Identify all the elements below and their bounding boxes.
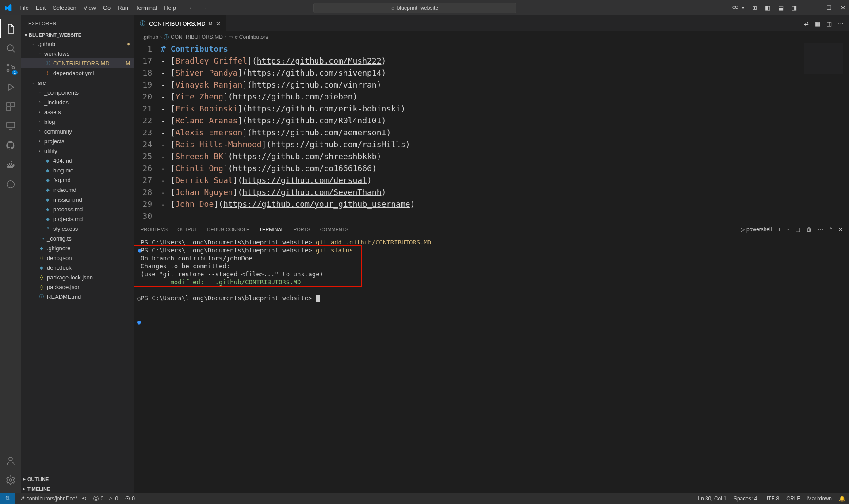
- folder-projects[interactable]: ›projects: [21, 136, 134, 146]
- indentation[interactable]: Spaces: 4: [730, 496, 761, 502]
- panel-left-icon[interactable]: ◧: [765, 4, 770, 11]
- file-package-json[interactable]: {}package.json: [21, 282, 134, 292]
- copilot-icon[interactable]: [731, 4, 739, 12]
- file-deno-json[interactable]: {}deno.json: [21, 253, 134, 263]
- breadcrumb-part[interactable]: CONTRIBUTORS.MD: [171, 34, 223, 40]
- terminal-profile[interactable]: ▷ powershell: [741, 226, 772, 233]
- file-deno-lock[interactable]: ◆deno.lock: [21, 263, 134, 272]
- panel-right-icon[interactable]: ◨: [792, 4, 797, 11]
- file-readme-md[interactable]: ⓘREADME.md: [21, 292, 134, 302]
- folder-blog[interactable]: ›blog: [21, 117, 134, 126]
- folder--includes[interactable]: ›_includes: [21, 97, 134, 107]
- run-debug-icon[interactable]: [0, 77, 21, 97]
- remote-explorer-icon[interactable]: [0, 116, 21, 136]
- compare-icon[interactable]: ⇄: [804, 20, 809, 27]
- folder--components[interactable]: ›_components: [21, 88, 134, 97]
- close-window-icon[interactable]: ✕: [841, 4, 845, 11]
- source-control-icon[interactable]: 1: [0, 58, 21, 77]
- file-process-md[interactable]: ◆process.md: [21, 204, 134, 214]
- breadcrumb-part[interactable]: .github: [142, 34, 158, 40]
- trash-icon[interactable]: 🗑: [807, 226, 812, 233]
- menu-terminal[interactable]: Terminal: [132, 4, 161, 11]
- panel-tab-output[interactable]: OUTPUT: [177, 224, 197, 235]
- file-index-md[interactable]: ◆index.md: [21, 185, 134, 195]
- folder-utility[interactable]: ›utility: [21, 146, 134, 156]
- breadcrumb[interactable]: .github › ⓘ CONTRIBUTORS.MD › ▭ # Contri…: [134, 31, 849, 43]
- file-contributors-md[interactable]: ⓘCONTRIBUTORS.MDM: [21, 58, 134, 68]
- port-status[interactable]: ⵙ0: [122, 496, 138, 502]
- menu-help[interactable]: Help: [161, 4, 180, 11]
- eol[interactable]: CRLF: [783, 496, 803, 502]
- folder-src[interactable]: ⌄src: [21, 78, 134, 88]
- docker-icon[interactable]: [0, 155, 21, 175]
- notifications-icon[interactable]: 🔔: [835, 496, 849, 502]
- nav-back-icon[interactable]: ←: [188, 4, 194, 11]
- folder-community[interactable]: ›community: [21, 126, 134, 136]
- panel-bottom-icon[interactable]: ⬓: [778, 4, 784, 11]
- outline-section[interactable]: ▸OUTLINE: [21, 474, 134, 484]
- menu-file[interactable]: File: [16, 4, 32, 11]
- panel-tab-ports[interactable]: PORTS: [294, 224, 310, 235]
- chevron-down-icon[interactable]: ▾: [787, 227, 789, 232]
- chevron-down-icon[interactable]: ▾: [742, 5, 744, 10]
- split-terminal-icon[interactable]: ◫: [795, 226, 800, 233]
- branch-status[interactable]: ⎇contributors/johnDoe*⟲: [15, 496, 90, 502]
- timeline-section[interactable]: ▸TIMELINE: [21, 484, 134, 493]
- maximize-icon[interactable]: ☐: [826, 4, 832, 11]
- breadcrumb-part[interactable]: # Contributors: [235, 34, 268, 40]
- menu-edit[interactable]: Edit: [32, 4, 49, 11]
- split-editor-icon[interactable]: ◫: [826, 20, 832, 27]
- panel-tab-terminal[interactable]: TERMINAL: [259, 224, 284, 235]
- file-styles-css[interactable]: #styles.css: [21, 224, 134, 233]
- file--gitignore[interactable]: ◆.gitignore: [21, 243, 134, 253]
- close-panel-icon[interactable]: ✕: [838, 226, 843, 233]
- more-icon[interactable]: ⋯: [818, 226, 823, 233]
- tab-contributors[interactable]: ⓘ CONTRIBUTORS.MD M ✕: [134, 15, 226, 31]
- terminal[interactable]: PS C:\Users\liong\Documents\blueprint_we…: [134, 237, 849, 493]
- file-404-md[interactable]: ◆404.md: [21, 156, 134, 165]
- folder-workflows[interactable]: ›workflows: [21, 49, 134, 58]
- file-mission-md[interactable]: ◆mission.md: [21, 195, 134, 204]
- search-activity-icon[interactable]: [0, 38, 21, 58]
- file--config-ts[interactable]: TS_config.ts: [21, 233, 134, 243]
- settings-gear-icon[interactable]: [0, 470, 21, 490]
- nav-forward-icon[interactable]: →: [201, 4, 207, 11]
- menu-run[interactable]: Run: [114, 4, 132, 11]
- problems-status[interactable]: ⓧ0 ⚠0: [90, 495, 122, 503]
- chevron-up-icon[interactable]: ^: [830, 226, 832, 233]
- encoding[interactable]: UTF-8: [761, 496, 783, 502]
- layout-customize-icon[interactable]: ⊞: [752, 4, 757, 11]
- file-faq-md[interactable]: ◆faq.md: [21, 175, 134, 185]
- file-dependabot-yml[interactable]: !dependabot.yml: [21, 68, 134, 78]
- more-actions-icon[interactable]: ⋯: [838, 20, 844, 27]
- file-blog-md[interactable]: ◆blog.md: [21, 165, 134, 175]
- file-projects-md[interactable]: ◆projects.md: [21, 214, 134, 224]
- account-icon[interactable]: [0, 451, 21, 470]
- cursor-position[interactable]: Ln 30, Col 1: [694, 496, 730, 502]
- markdown-file-icon: ⓘ: [164, 34, 169, 41]
- explorer-icon[interactable]: [0, 19, 21, 38]
- panel-tab-comments[interactable]: COMMENTS: [320, 224, 348, 235]
- project-section[interactable]: ▾ BLUEPRINT_WEBSITE: [21, 31, 134, 39]
- panel-tab-debug-console[interactable]: DEBUG CONSOLE: [207, 224, 249, 235]
- minimize-icon[interactable]: ─: [814, 4, 818, 11]
- remote-indicator[interactable]: ⇅: [0, 493, 15, 504]
- github-icon[interactable]: [0, 136, 21, 155]
- language-mode[interactable]: Markdown: [804, 496, 835, 502]
- preview-icon[interactable]: ▦: [815, 20, 820, 27]
- menu-selection[interactable]: Selection: [49, 4, 80, 11]
- menu-go[interactable]: Go: [99, 4, 114, 11]
- close-tab-icon[interactable]: ✕: [216, 20, 221, 27]
- deno-icon[interactable]: [0, 175, 21, 194]
- folder-assets[interactable]: ›assets: [21, 107, 134, 117]
- command-center-search[interactable]: ⌕ blueprint_website: [313, 3, 516, 13]
- new-terminal-icon[interactable]: +: [778, 226, 781, 233]
- menu-view[interactable]: View: [80, 4, 99, 11]
- panel-tab-problems[interactable]: PROBLEMS: [141, 224, 168, 235]
- code-editor[interactable]: 11718192021222324252627282930 # Contribu…: [134, 43, 849, 222]
- minimap[interactable]: [804, 43, 843, 74]
- file-package-lock-json[interactable]: {}package-lock.json: [21, 272, 134, 282]
- extensions-icon[interactable]: [0, 97, 21, 116]
- folder--github[interactable]: ⌄.github●: [21, 39, 134, 49]
- explorer-more-icon[interactable]: ⋯: [122, 20, 128, 26]
